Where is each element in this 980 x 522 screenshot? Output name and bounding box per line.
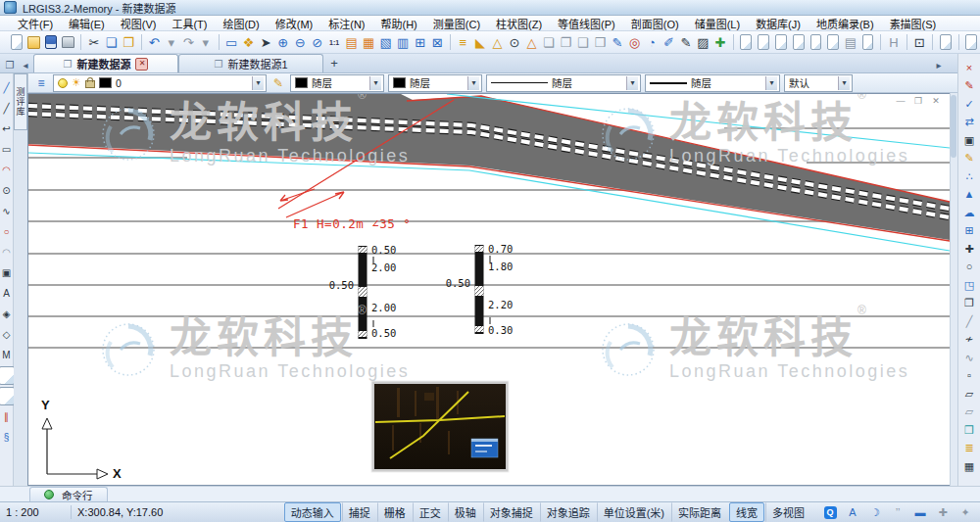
menu-item[interactable]: 测量图(C) bbox=[425, 16, 488, 31]
style-combo[interactable]: 默认 ▾ bbox=[784, 74, 853, 92]
zoom-out-icon[interactable]: ⊖ bbox=[291, 32, 309, 53]
menu-item[interactable]: 素描图(S) bbox=[882, 16, 945, 31]
layer-lock-icon[interactable] bbox=[85, 80, 95, 88]
layer-combo[interactable]: ☀ 0 ▾ bbox=[53, 74, 267, 92]
status-toggle[interactable]: 动态输入 bbox=[284, 502, 341, 522]
script-icon[interactable]: ▤ bbox=[842, 32, 859, 53]
status-toggle[interactable]: 栅格 bbox=[377, 502, 413, 522]
menu-item[interactable]: 帮助(H) bbox=[373, 16, 425, 31]
title-bar[interactable]: LRGIS3.2-Memory - 新建数据源 bbox=[0, 0, 980, 16]
sheet-icon[interactable] bbox=[810, 34, 822, 50]
new-tab-button[interactable]: + bbox=[323, 53, 345, 72]
chevron-down-icon[interactable]: ▾ bbox=[369, 76, 381, 90]
layers-edit-icon[interactable]: ≣ bbox=[960, 440, 979, 458]
insert-image-icon[interactable]: ▣ bbox=[0, 263, 15, 282]
sheet-icon[interactable] bbox=[775, 34, 787, 50]
text-icon[interactable]: A bbox=[0, 284, 15, 303]
color-combo-2[interactable]: 随层 ▾ bbox=[388, 74, 482, 92]
panel-float-icon[interactable]: ❐ bbox=[2, 57, 18, 72]
redo-dropdown-icon[interactable]: ▾ bbox=[197, 32, 215, 53]
save-icon[interactable] bbox=[45, 35, 57, 49]
nodes-icon[interactable]: ∴ bbox=[960, 167, 979, 186]
boxed-viewport-icon[interactable]: ⊡ bbox=[911, 32, 929, 53]
delete-icon[interactable]: × bbox=[960, 59, 979, 77]
status-toggle[interactable]: 多视图 bbox=[765, 502, 811, 522]
arc-3pt-icon[interactable]: ◠ bbox=[0, 243, 15, 261]
chevron-down-icon[interactable]: ▾ bbox=[838, 76, 850, 90]
quick-zoom-icon[interactable]: Q bbox=[821, 503, 839, 521]
paste-icon[interactable]: ❐ bbox=[120, 32, 137, 53]
sheet-icon[interactable] bbox=[940, 34, 952, 50]
trapezoid2-icon[interactable]: ▱ bbox=[960, 403, 979, 422]
select-icon[interactable]: ➤ bbox=[257, 32, 274, 53]
minimize-icon[interactable]: — bbox=[895, 96, 906, 106]
segment-icon[interactable]: ╱ bbox=[960, 312, 979, 331]
layer-freeze-sun-icon[interactable]: ☀ bbox=[72, 76, 81, 89]
side-panel-tab[interactable]: 测评库 bbox=[14, 73, 27, 130]
h-tool-icon[interactable]: H bbox=[885, 32, 903, 53]
sheet-merge-icon[interactable]: ❑ bbox=[574, 32, 592, 53]
moon-icon[interactable]: ☽ bbox=[866, 503, 884, 521]
named-views-icon[interactable]: ⊠ bbox=[428, 32, 446, 53]
break-line-icon[interactable]: ≁ bbox=[960, 331, 979, 350]
quote-icon[interactable]: ’’ bbox=[889, 503, 906, 521]
chevron-down-icon[interactable]: ▾ bbox=[252, 76, 264, 90]
layer-on-bulb-icon[interactable] bbox=[58, 78, 68, 88]
zoom-in-icon[interactable]: ⊕ bbox=[274, 32, 292, 53]
polyline-icon[interactable]: ╱ bbox=[0, 99, 15, 118]
pill-icon[interactable]: ▬ bbox=[911, 503, 929, 521]
menu-item[interactable]: 储量图(L) bbox=[687, 16, 748, 31]
sheet-arrange-icon[interactable]: ❒ bbox=[592, 32, 610, 53]
menu-item[interactable]: 工具(T) bbox=[164, 16, 215, 31]
dashed-line-icon[interactable]: ∿ bbox=[960, 349, 979, 367]
layer-filter-icon[interactable]: ≡ bbox=[33, 75, 49, 91]
menu-item[interactable]: 文件(F) bbox=[10, 16, 61, 31]
status-toggle[interactable]: 捕捉 bbox=[342, 502, 377, 522]
viewport2-icon[interactable]: ◳ bbox=[960, 276, 979, 295]
tab-new-datasource[interactable]: ❐ 新建数据源 ✕ bbox=[33, 54, 178, 72]
chevron-down-icon[interactable]: ▾ bbox=[467, 76, 479, 90]
clock-icon[interactable]: ◔ bbox=[643, 32, 661, 53]
zoom-window-icon[interactable]: ▭ bbox=[222, 32, 240, 53]
print-icon[interactable] bbox=[62, 36, 74, 48]
ellipse-icon[interactable]: ○ bbox=[0, 222, 15, 241]
tool-icon[interactable]: ✦ bbox=[956, 503, 974, 521]
menu-item[interactable]: 标注(N) bbox=[320, 16, 372, 31]
undo-icon[interactable]: ↶ bbox=[146, 32, 164, 53]
undo-dropdown-icon[interactable]: ▾ bbox=[163, 32, 180, 53]
pencil-icon[interactable]: ✎ bbox=[960, 150, 979, 168]
sheet-icon[interactable] bbox=[965, 34, 977, 50]
line-icon[interactable]: ╱ bbox=[0, 78, 15, 97]
menu-item[interactable]: 等值线图(P) bbox=[550, 16, 623, 31]
viewport-icon[interactable]: ⊞ bbox=[412, 32, 429, 53]
mirror-icon[interactable]: ▲ bbox=[960, 186, 979, 205]
hatch-square-icon[interactable]: ▦ bbox=[960, 457, 979, 476]
sheet-copy-icon[interactable]: ❏ bbox=[540, 32, 558, 53]
sheet-icon[interactable] bbox=[862, 34, 874, 50]
multi-rect-icon[interactable]: ⊞ bbox=[960, 222, 979, 241]
slope-icon[interactable]: ◣ bbox=[471, 32, 489, 53]
chevron-down-icon[interactable]: ▾ bbox=[626, 76, 638, 90]
drawing-canvas[interactable]: F1 H=0.2m ∠35 ° 0.50 2.00 0.50 2.00 0.50 bbox=[27, 93, 951, 486]
restore-icon[interactable]: ❐ bbox=[912, 96, 924, 106]
color-combo[interactable]: 随层 ▾ bbox=[290, 74, 384, 92]
status-toggle[interactable]: 实际距离 bbox=[671, 502, 728, 522]
trapezoid-icon[interactable]: ▱ bbox=[960, 385, 979, 403]
edit-point-icon[interactable]: ✎ bbox=[960, 77, 979, 96]
status-toggle[interactable]: 对象追踪 bbox=[540, 502, 597, 522]
open-folder-icon[interactable] bbox=[27, 36, 40, 49]
parallel-lines-icon[interactable]: ∥ bbox=[0, 407, 15, 426]
text-edit-icon[interactable]: ✎ bbox=[677, 32, 695, 53]
diamond-icon[interactable]: ◇ bbox=[0, 325, 15, 344]
circle-icon[interactable]: ⊙ bbox=[0, 181, 15, 200]
sheet-icon[interactable] bbox=[0, 387, 15, 405]
cut-icon[interactable]: ✂ bbox=[85, 32, 103, 53]
zoom-scale-icon[interactable]: ⊘ bbox=[309, 32, 326, 53]
rect-icon[interactable]: ▭ bbox=[0, 140, 15, 159]
status-toggle[interactable]: 对象捕捉 bbox=[483, 502, 540, 522]
copy-icon[interactable]: ❏ bbox=[103, 32, 121, 53]
point-icon[interactable]: ✚ bbox=[711, 32, 729, 53]
sheet-icon[interactable] bbox=[758, 34, 769, 50]
annotate-edit-icon[interactable]: ✎ bbox=[609, 32, 626, 53]
vertical-scrollbar[interactable] bbox=[950, 93, 957, 486]
